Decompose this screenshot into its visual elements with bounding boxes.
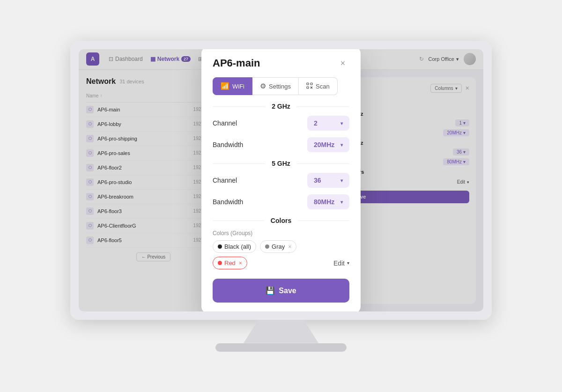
color-tag-gray[interactable]: Gray × xyxy=(260,240,296,253)
modal-tab-scan[interactable]: Scan xyxy=(299,77,338,95)
chevron-down-icon: ▾ xyxy=(340,142,343,148)
edit-colors-button[interactable]: Edit ▾ xyxy=(333,259,349,267)
color-tag-red[interactable]: Red × xyxy=(213,257,247,269)
wifi-icon: 📶 xyxy=(221,82,229,90)
modal-body: 2 GHz Channel 2 ▾ Bandwidth xyxy=(201,103,361,311)
modal-dialog: AP6-main × 📶 WiFi ⚙ Settings xyxy=(201,49,361,311)
bandwidth-5ghz-row: Bandwidth 80MHz ▾ xyxy=(213,194,349,209)
channel-5ghz-dropdown[interactable]: 36 ▾ xyxy=(307,173,349,188)
red-remove-icon[interactable]: × xyxy=(239,260,242,266)
modal-tab-settings[interactable]: ⚙ Settings xyxy=(252,77,299,95)
chevron-down-icon: ▾ xyxy=(340,200,343,205)
chevron-down-icon: ▾ xyxy=(340,178,343,183)
channel-2ghz-row: Channel 2 ▾ xyxy=(213,116,349,131)
monitor-screen: A ⊡ Dashboard ▦ Network 27 ⊞ xyxy=(70,41,492,320)
modal-tabs: 📶 WiFi ⚙ Settings xyxy=(201,70,361,95)
monitor-inner: A ⊡ Dashboard ▦ Network 27 ⊞ xyxy=(79,49,483,311)
chevron-down-icon: ▾ xyxy=(347,260,349,266)
modal-overlay: AP6-main × 📶 WiFi ⚙ Settings xyxy=(79,49,483,311)
modal-tab-wifi[interactable]: 📶 WiFi xyxy=(213,77,252,95)
modal-close-button[interactable]: × xyxy=(336,57,349,70)
modal-title: AP6-main xyxy=(213,57,260,69)
monitor-stand xyxy=(244,320,318,343)
colors-section-divider: Colors xyxy=(213,217,349,224)
colors-container: Black (all) Gray × xyxy=(213,240,349,269)
modal-header: AP6-main × xyxy=(201,49,361,70)
monitor: A ⊡ Dashboard ▦ Network 27 ⊞ xyxy=(70,41,492,352)
bandwidth-2ghz-row: Bandwidth 20MHz ▾ xyxy=(213,137,349,152)
svg-rect-0 xyxy=(307,83,309,85)
chevron-down-icon: ▾ xyxy=(340,121,343,126)
color-tag-black[interactable]: Black (all) xyxy=(213,240,256,253)
channel-5ghz-row: Channel 36 ▾ xyxy=(213,173,349,188)
colors-group-label: Colors (Groups) xyxy=(213,230,349,237)
2ghz-section-divider: 2 GHz xyxy=(213,103,349,110)
5ghz-section-divider: 5 GHz xyxy=(213,160,349,167)
svg-rect-2 xyxy=(307,87,309,89)
bandwidth-2ghz-dropdown[interactable]: 20MHz ▾ xyxy=(307,137,349,152)
monitor-base xyxy=(215,343,347,352)
black-color-dot xyxy=(218,244,222,249)
colors-row: Black (all) Gray × xyxy=(213,240,296,253)
scan-icon xyxy=(306,82,313,90)
red-color-dot xyxy=(218,261,222,265)
channel-2ghz-dropdown[interactable]: 2 ▾ xyxy=(307,116,349,131)
gray-remove-icon[interactable]: × xyxy=(288,244,291,250)
save-icon: 💾 xyxy=(266,286,275,295)
gray-color-dot xyxy=(265,244,269,249)
colors-row-2: Red × Edit ▾ xyxy=(213,257,349,269)
colors-section: Colors (Groups) Black (all) G xyxy=(213,230,349,269)
settings-icon: ⚙ xyxy=(260,82,266,90)
bandwidth-5ghz-dropdown[interactable]: 80MHz ▾ xyxy=(307,194,349,209)
svg-rect-1 xyxy=(311,83,312,85)
save-button[interactable]: 💾 Save xyxy=(213,279,349,303)
